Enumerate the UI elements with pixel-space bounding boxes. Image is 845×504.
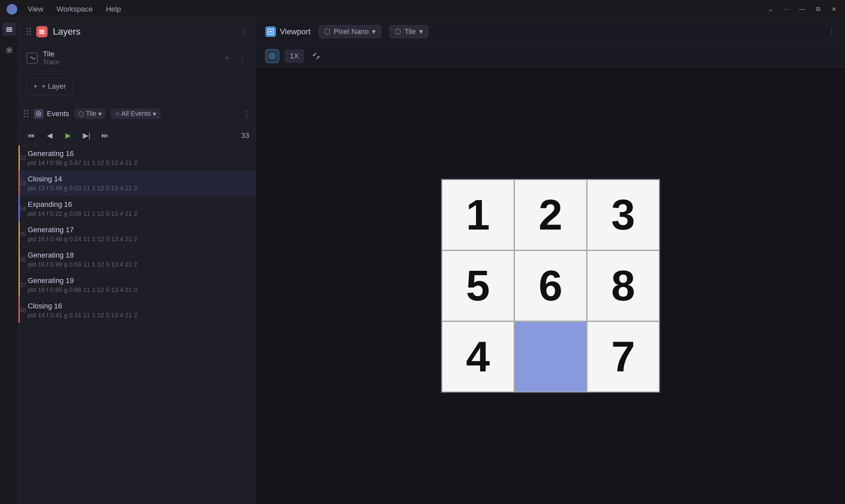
step-forward-button[interactable]: ▶| — [81, 130, 92, 142]
svg-point-3 — [8, 49, 10, 51]
event-row[interactable]: 36Generating 18pld 16 f 0.99 g 0.55 11 1… — [18, 247, 256, 272]
titlebar-menu: View Workspace Help — [28, 5, 121, 14]
menu-workspace[interactable]: Workspace — [56, 5, 93, 14]
main-layout: Layers ⋮ Tile Trace × ⋮ + + Layer — [0, 18, 845, 504]
pixel-nano-icon: ⬡ — [324, 28, 330, 36]
trace-titles: Tile Trace — [43, 50, 216, 66]
tile-cell: 6 — [514, 250, 587, 321]
pixel-nano-label: Pixel Nano — [334, 28, 369, 36]
sidebar-icon-settings[interactable] — [3, 43, 16, 57]
svg-rect-2 — [6, 31, 12, 32]
event-row[interactable]: 35Generating 17pld 16 f 0.46 g 0.24 11 1… — [18, 222, 256, 247]
step-back-button[interactable]: ◀ — [43, 130, 55, 142]
close-button[interactable]: ✕ — [829, 5, 839, 14]
event-row[interactable]: 38Closing 16pld 14 f 0.41 g 0.31 11 1 12… — [18, 298, 256, 323]
playback-count: 33 — [241, 131, 249, 140]
event-row[interactable]: 33Closing 14pld 13 f 0.49 g 0.03 11 1 12… — [18, 171, 256, 196]
trace-panel-header: Tile Trace × ⋮ — [18, 45, 256, 71]
tile-cell: 2 — [514, 179, 587, 250]
event-row-num: 32 — [18, 155, 27, 162]
layers-panel: Layers ⋮ Tile Trace × ⋮ + + Layer — [18, 18, 256, 504]
trace-close-button[interactable]: × — [222, 53, 232, 63]
main-content: Viewport ⬡ Pixel Nano ▾ ⬡ Tile ▾ ⋮ — [256, 18, 845, 504]
event-row-name: Generating 18 — [28, 251, 249, 259]
titlebar-left: View Workspace Help — [6, 4, 121, 15]
zoom-level-label: 1X — [284, 49, 304, 63]
menu-help[interactable]: Help — [106, 5, 121, 14]
menu-view[interactable]: View — [28, 5, 43, 14]
event-row-num: 38 — [18, 307, 27, 314]
step-back-to-start-button[interactable]: ⏮ — [25, 130, 37, 142]
layers-drag-handle[interactable] — [27, 28, 31, 35]
svg-rect-4 — [39, 30, 45, 31]
all-events-badge[interactable]: ○ All Events ▾ — [111, 109, 161, 119]
maximize-button[interactable]: ⧉ — [813, 5, 823, 14]
event-row[interactable]: 37Generating 19pld 16 f 0.65 g 0.88 11 1… — [18, 272, 256, 298]
focus-tool-button[interactable] — [265, 49, 279, 63]
tile-filter-label: Tile — [86, 110, 96, 118]
event-row[interactable]: 32Generating 16pld 14 f 0.96 g 0.87 11 1… — [18, 145, 256, 171]
tile-cell — [514, 321, 587, 392]
event-row-params: pld 14 f 0.22 g 0.09 11 1 12 5 13 4 21 2 — [28, 210, 249, 217]
event-row-params: pld 14 f 0.96 g 0.87 11 1 12 5 13 4 21 2 — [28, 159, 249, 166]
add-layer-button[interactable]: + + Layer — [27, 78, 73, 95]
minimize-button[interactable]: — — [797, 5, 807, 14]
layers-title-icon — [36, 26, 48, 37]
plus-icon: + — [33, 82, 38, 91]
play-button[interactable]: ▶ — [62, 130, 74, 142]
tile-grid: 12356847 — [441, 179, 660, 393]
chevron-down-icon[interactable]: ⌄ — [766, 5, 775, 14]
event-row-params: pld 16 f 0.65 g 0.88 11 1 12 5 13 4 21 0 — [28, 286, 249, 293]
events-tab[interactable]: Events — [34, 109, 69, 119]
events-icon — [34, 109, 43, 119]
all-events-label: All Events — [122, 110, 151, 118]
svg-rect-0 — [6, 28, 12, 29]
event-row-num: 37 — [18, 282, 27, 289]
pixel-nano-dropdown[interactable]: ⬡ Pixel Nano ▾ — [318, 25, 381, 38]
svg-point-12 — [272, 55, 273, 57]
all-events-chevron: ▾ — [153, 110, 156, 118]
titlebar-controls: ⌄ ⋯ — ⧉ ✕ — [766, 5, 839, 14]
trace-more-button[interactable]: ⋮ — [237, 53, 248, 63]
refresh-button[interactable] — [309, 49, 323, 63]
event-row-name: Closing 16 — [28, 302, 249, 310]
sidebar-icon-layers[interactable] — [3, 22, 16, 36]
add-layer-label: + Layer — [41, 82, 66, 91]
event-row[interactable]: 34Expanding 16pld 14 f 0.22 g 0.09 11 1 … — [18, 196, 256, 222]
event-list[interactable]: 32Generating 16pld 14 f 0.96 g 0.87 11 1… — [18, 145, 256, 504]
events-drag-handle[interactable] — [24, 110, 29, 118]
event-row-num: 34 — [18, 205, 27, 212]
viewport-more-button[interactable]: ⋮ — [828, 27, 836, 36]
events-panel: Events ⬡ Tile ▾ ○ All Events ▾ ⋮ ⏮ ◀ ▶ — [18, 102, 256, 504]
layers-more-icon[interactable]: ⋮ — [240, 27, 248, 36]
events-more-button[interactable]: ⋮ — [243, 109, 250, 119]
viewport-tools: 1X — [256, 45, 845, 67]
more-horiz-icon[interactable]: ⋯ — [781, 5, 791, 14]
svg-rect-1 — [6, 29, 12, 30]
app-logo — [6, 4, 17, 15]
tile-view-dropdown[interactable]: ⬡ Tile ▾ — [389, 25, 428, 38]
tile-view-chevron: ▾ — [419, 28, 423, 36]
tile-cell: 5 — [442, 250, 514, 321]
trace-subtitle: Trace — [43, 58, 216, 66]
step-forward-end-button[interactable]: ⏭ — [99, 130, 111, 142]
event-row-name: Generating 19 — [28, 276, 249, 285]
event-row-name: Generating 17 — [28, 226, 249, 234]
event-row-params: pld 16 f 0.46 g 0.24 11 1 12 0 13 4 21 2 — [28, 235, 249, 243]
titlebar: View Workspace Help ⌄ ⋯ — ⧉ ✕ — [0, 0, 845, 18]
event-row-name: Expanding 16 — [28, 200, 249, 209]
events-tab-label: Events — [47, 109, 69, 118]
trace-icon — [27, 52, 38, 64]
all-events-circle: ○ — [116, 110, 120, 118]
sidebar-icons — [0, 18, 18, 504]
tile-filter-chevron: ▾ — [99, 110, 102, 118]
tile-view-label: Tile — [404, 28, 416, 36]
layers-title: Layers — [53, 26, 235, 37]
layers-header-actions: ⋮ — [240, 27, 248, 36]
event-row-num: 36 — [18, 256, 27, 263]
tile-filter-badge[interactable]: ⬡ Tile ▾ — [74, 109, 105, 119]
event-row-params: pld 13 f 0.49 g 0.03 11 1 12 5 13 4 21 2 — [28, 185, 249, 192]
tile-cell: 8 — [587, 250, 659, 321]
viewport-tab[interactable]: Viewport — [265, 26, 311, 37]
event-row-params: pld 14 f 0.41 g 0.31 11 1 12 5 13 4 21 2 — [28, 312, 249, 319]
